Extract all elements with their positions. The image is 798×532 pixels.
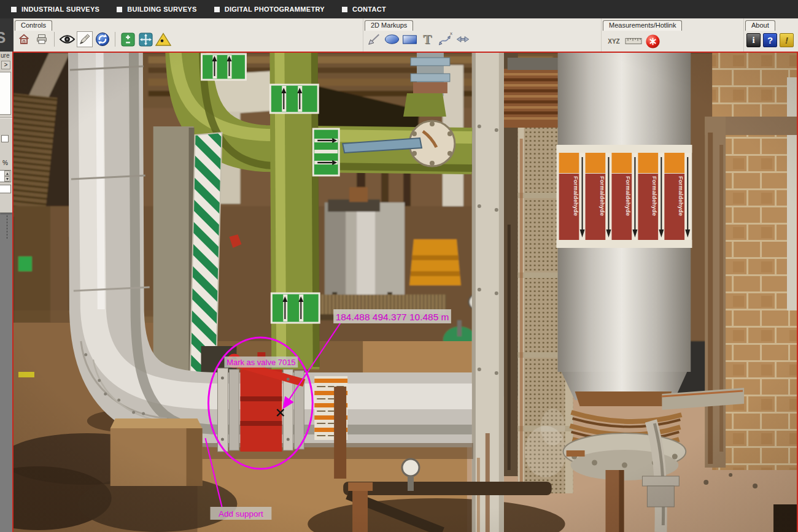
menu-item-contact[interactable]: CONTACT bbox=[342, 6, 386, 13]
svg-text:Add support: Add support bbox=[219, 509, 263, 519]
menu-bullet-icon bbox=[117, 7, 122, 12]
stepper-down-icon[interactable] bbox=[4, 176, 10, 182]
menu-item-industrial-surveys[interactable]: INDUSTRIAL SURVEYS bbox=[11, 6, 99, 13]
help-icon[interactable]: ? bbox=[763, 33, 777, 47]
xyz-coordinates-icon[interactable]: XYZ bbox=[605, 33, 622, 49]
left-panel-clipped: ure > % bbox=[0, 52, 12, 532]
refresh-icon[interactable] bbox=[95, 31, 110, 47]
home-icon[interactable] bbox=[16, 31, 32, 47]
annotation-coordinate-label[interactable]: 184.488 494.377 10.485 m bbox=[333, 309, 451, 323]
ruler-icon[interactable] bbox=[624, 33, 643, 49]
freehand-measure-markup-icon[interactable]: x bbox=[437, 31, 453, 47]
hotspot-icon[interactable] bbox=[645, 33, 660, 49]
menu-item-digital-photogrammetry[interactable]: DIGITAL PHOTOGRAMMETRY bbox=[214, 6, 325, 13]
superscript-x: x bbox=[450, 31, 452, 36]
warning-triangle-icon[interactable] bbox=[155, 31, 171, 47]
svg-text:Mark as valve 7015: Mark as valve 7015 bbox=[227, 358, 295, 367]
print-icon[interactable] bbox=[34, 31, 50, 47]
markups-icon-group: T x bbox=[366, 31, 471, 47]
percent-label: % bbox=[2, 160, 8, 166]
draw-pencil-icon[interactable] bbox=[77, 31, 93, 47]
panel-expand-button[interactable]: > bbox=[1, 61, 10, 69]
panel-title-fragment: ure bbox=[1, 52, 9, 59]
measurements-icon-group: XYZ bbox=[605, 33, 660, 49]
arrow-markup-icon[interactable] bbox=[366, 31, 382, 47]
about-icon-group: i ? ! bbox=[746, 33, 794, 47]
ellipse-markup-icon[interactable] bbox=[384, 31, 400, 47]
info-icon[interactable]: i bbox=[746, 33, 761, 47]
about-warning-icon[interactable]: ! bbox=[780, 33, 794, 47]
panel-checkbox[interactable] bbox=[1, 135, 9, 142]
thumbnail-list[interactable] bbox=[0, 72, 11, 115]
controls-icon-group bbox=[16, 31, 171, 47]
text-markup-icon[interactable]: T bbox=[419, 31, 435, 47]
logo-fragment: S bbox=[0, 18, 14, 52]
stepper-up-icon[interactable] bbox=[4, 171, 10, 176]
tab-about[interactable]: About bbox=[745, 20, 775, 31]
value-field[interactable] bbox=[0, 185, 11, 193]
annotation-valve-label[interactable]: Mark as valve 7015 bbox=[224, 357, 298, 368]
pan-icon[interactable] bbox=[138, 31, 153, 47]
zoom-percent-stepper[interactable] bbox=[0, 170, 11, 182]
menu-item-label: BUILDING SURVEYS bbox=[127, 6, 196, 13]
toolbar: S Controls 2D Markups Measurements/Hotli… bbox=[0, 18, 798, 52]
rectangle-markup-icon[interactable] bbox=[401, 31, 417, 47]
menu-bullet-icon bbox=[342, 7, 347, 12]
menu-item-building-surveys[interactable]: BUILDING SURVEYS bbox=[117, 6, 196, 13]
annotation-support-label[interactable]: Add support bbox=[210, 507, 271, 520]
panorama-photo[interactable]: Formaldehyde Formaldehyde Formaldehyde F… bbox=[14, 53, 797, 532]
focus-dashed-line bbox=[7, 215, 7, 239]
tab-controls[interactable]: Controls bbox=[15, 20, 52, 31]
menu-bullet-icon bbox=[11, 7, 17, 12]
menu-item-label: INDUSTRIAL SURVEYS bbox=[21, 6, 99, 13]
tab-measurements-hotlink[interactable]: Measurements/Hotlink bbox=[603, 20, 682, 31]
top-menu-bar: INDUSTRIAL SURVEYS BUILDING SURVEYS DIGI… bbox=[0, 0, 798, 18]
zoom-icon[interactable] bbox=[120, 31, 136, 47]
tab-2d-markups[interactable]: 2D Markups bbox=[365, 20, 413, 31]
menu-bullet-icon bbox=[214, 7, 220, 12]
svg-text:184.488 494.377 10.485 m: 184.488 494.377 10.485 m bbox=[336, 312, 449, 322]
visibility-eye-icon[interactable] bbox=[59, 31, 75, 47]
menu-item-label: DIGITAL PHOTOGRAMMETRY bbox=[225, 6, 325, 13]
panorama-viewer[interactable]: Formaldehyde Formaldehyde Formaldehyde F… bbox=[12, 52, 798, 532]
menu-item-label: CONTACT bbox=[352, 6, 386, 13]
link-markup-icon[interactable] bbox=[455, 31, 471, 47]
